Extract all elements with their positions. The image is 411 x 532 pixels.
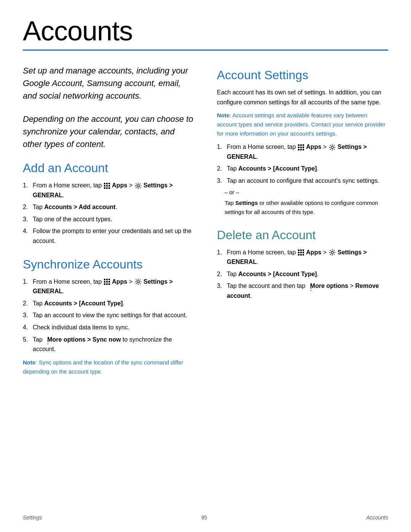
- settings-icon: [135, 182, 142, 189]
- or-divider: – or –: [225, 189, 388, 195]
- main-content: Set up and manage accounts, including yo…: [23, 64, 388, 388]
- tap-settings-text: Tap Settings or other available options …: [225, 198, 388, 217]
- sync-step-5: 5. Tap More options > Sync now to synchr…: [23, 335, 194, 354]
- account-settings-para1: Each account has its own set of settings…: [217, 88, 388, 107]
- footer: Settings 95 Accounts: [23, 514, 388, 521]
- account-settings-section: Account Settings Each account has its ow…: [217, 68, 388, 217]
- apps-icon-3: [298, 144, 304, 150]
- svg-point-2: [331, 146, 333, 149]
- add-step-1: 1. From a Home screen, tap Apps > Settin…: [23, 181, 194, 200]
- sync-step-3: 3. Tap an account to view the sync setti…: [23, 310, 194, 320]
- settings-icon-4: [329, 249, 336, 256]
- add-step-4: 4. Follow the prompts to enter your cred…: [23, 226, 194, 246]
- svg-point-0: [137, 185, 139, 187]
- intro-para2: Depending on the account, you can choose…: [23, 113, 194, 150]
- add-step-2: 2. Tap Accounts > Add account.: [23, 202, 194, 212]
- settings-icon-3: [329, 144, 336, 151]
- apps-icon: [104, 183, 110, 189]
- footer-page-number: 95: [201, 514, 207, 521]
- account-settings-title: Account Settings: [217, 68, 388, 82]
- page-title: Accounts: [23, 15, 388, 46]
- delete-account-title: Delete an Account: [217, 228, 388, 242]
- account-settings-note: Note: Account settings and available fea…: [217, 111, 388, 138]
- left-column: Set up and manage accounts, including yo…: [23, 64, 194, 388]
- apps-icon-4: [298, 249, 304, 256]
- more-options-icon: [45, 337, 47, 343]
- add-account-title: Add an Account: [23, 161, 194, 175]
- more-options-icon-2: [307, 283, 310, 289]
- sync-note: Note: Sync options and the location of t…: [23, 358, 194, 376]
- sync-accounts-section: Synchronize Accounts 1. From a Home scre…: [23, 257, 194, 376]
- apps-icon-2: [104, 279, 110, 285]
- settings-icon-2: [135, 278, 142, 285]
- add-step-3: 3. Tap one of the account types.: [23, 214, 194, 224]
- sync-step-1: 1. From a Home screen, tap Apps > Settin…: [23, 277, 194, 296]
- sync-step-2: 2. Tap Accounts > [Account Type].: [23, 299, 194, 308]
- footer-left: Settings: [23, 514, 42, 521]
- sync-step-4: 4. Check individual data items to sync.: [23, 323, 194, 332]
- accsettings-step-1: 1. From a Home screen, tap Apps > Settin…: [217, 142, 388, 161]
- sync-accounts-title: Synchronize Accounts: [23, 257, 194, 272]
- right-column: Account Settings Each account has its ow…: [217, 64, 388, 388]
- title-divider: [23, 50, 388, 51]
- delete-step-1: 1. From a Home screen, tap Apps > Settin…: [217, 248, 388, 267]
- svg-point-1: [137, 281, 139, 283]
- accsettings-step-2: 2. Tap Accounts > [Account Type].: [217, 164, 388, 174]
- intro-para1: Set up and manage accounts, including yo…: [23, 64, 194, 102]
- page: Accounts Set up and manage accounts, inc…: [0, 0, 411, 532]
- delete-account-section: Delete an Account 1. From a Home screen,…: [217, 228, 388, 301]
- svg-point-3: [331, 251, 333, 254]
- delete-step-2: 2. Tap Accounts > [Account Type].: [217, 269, 388, 279]
- delete-step-3: 3. Tap the account and then tap More opt…: [217, 281, 388, 300]
- footer-right: Accounts: [366, 514, 388, 521]
- accsettings-step-3: 3. Tap an account to configure that acco…: [217, 176, 388, 186]
- add-account-section: Add an Account 1. From a Home screen, ta…: [23, 161, 194, 246]
